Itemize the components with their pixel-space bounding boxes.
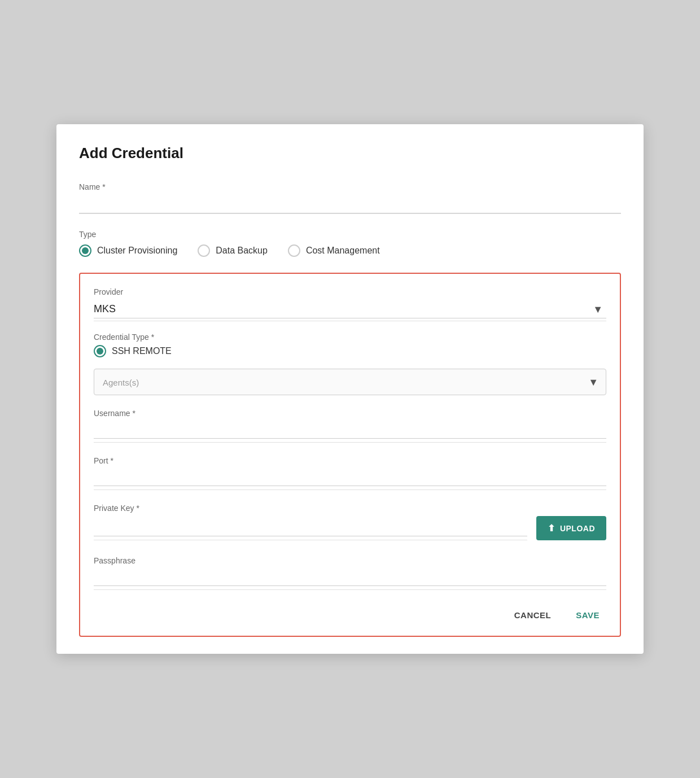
port-field-group: Port * bbox=[94, 456, 606, 490]
provider-field-group: Provider MKS AWS Azure GCP ▼ bbox=[94, 287, 606, 321]
cancel-button[interactable]: CANCEL bbox=[508, 606, 558, 624]
radio-circle-ssh bbox=[94, 345, 106, 357]
radio-label-ssh: SSH REMOTE bbox=[112, 346, 172, 356]
radio-label-cluster: Cluster Provisioning bbox=[97, 246, 177, 256]
provider-select-wrapper: MKS AWS Azure GCP ▼ bbox=[94, 300, 606, 318]
radio-circle-cost bbox=[288, 244, 300, 257]
type-field-group: Type Cluster Provisioning Data Backup Co… bbox=[79, 230, 621, 257]
upload-icon: ⬆ bbox=[548, 523, 555, 534]
passphrase-label: Passphrase bbox=[94, 556, 606, 565]
provider-section: Provider MKS AWS Azure GCP ▼ Credential … bbox=[79, 273, 621, 637]
upload-label: UPLOAD bbox=[560, 524, 595, 533]
name-field-group: Name * bbox=[79, 182, 621, 214]
radio-label-cost: Cost Management bbox=[306, 246, 380, 256]
agents-select[interactable] bbox=[94, 369, 606, 395]
name-label: Name * bbox=[79, 182, 621, 191]
radio-cost-management[interactable]: Cost Management bbox=[288, 244, 380, 257]
private-key-field-group: Private Key * ⬆ UPLOAD bbox=[94, 504, 606, 540]
provider-select[interactable]: MKS AWS Azure GCP bbox=[94, 300, 606, 318]
port-input[interactable] bbox=[94, 469, 606, 486]
credential-type-section: Credential Type * SSH REMOTE bbox=[94, 333, 606, 357]
name-input[interactable] bbox=[79, 196, 621, 213]
private-key-input[interactable] bbox=[94, 519, 527, 536]
radio-label-backup: Data Backup bbox=[216, 246, 268, 256]
username-input[interactable] bbox=[94, 421, 606, 439]
passphrase-field-group: Passphrase bbox=[94, 556, 606, 590]
radio-cluster-provisioning[interactable]: Cluster Provisioning bbox=[79, 244, 177, 257]
passphrase-input[interactable] bbox=[94, 569, 606, 586]
credential-type-label: Credential Type * bbox=[94, 333, 606, 342]
private-key-label: Private Key * bbox=[94, 504, 606, 513]
provider-label: Provider bbox=[94, 287, 606, 296]
dialog-title: Add Credential bbox=[79, 145, 621, 162]
port-label: Port * bbox=[94, 456, 606, 465]
type-radio-group: Cluster Provisioning Data Backup Cost Ma… bbox=[79, 244, 621, 257]
type-label: Type bbox=[79, 230, 621, 239]
save-button[interactable]: SAVE bbox=[569, 606, 606, 624]
radio-circle-backup bbox=[198, 244, 210, 257]
add-credential-dialog: Add Credential Name * Type Cluster Provi… bbox=[56, 124, 644, 654]
radio-data-backup[interactable]: Data Backup bbox=[198, 244, 268, 257]
username-label: Username * bbox=[94, 409, 606, 418]
username-field-group: Username * bbox=[94, 409, 606, 443]
agents-dropdown-wrapper: ▼ Agents(s) bbox=[94, 369, 606, 395]
credential-type-radio-group: SSH REMOTE bbox=[94, 345, 606, 357]
upload-button[interactable]: ⬆ UPLOAD bbox=[536, 516, 606, 540]
action-buttons: CANCEL SAVE bbox=[94, 606, 606, 624]
radio-circle-cluster bbox=[79, 244, 91, 257]
private-key-row: ⬆ UPLOAD bbox=[94, 516, 606, 540]
radio-ssh-remote[interactable]: SSH REMOTE bbox=[94, 345, 172, 357]
